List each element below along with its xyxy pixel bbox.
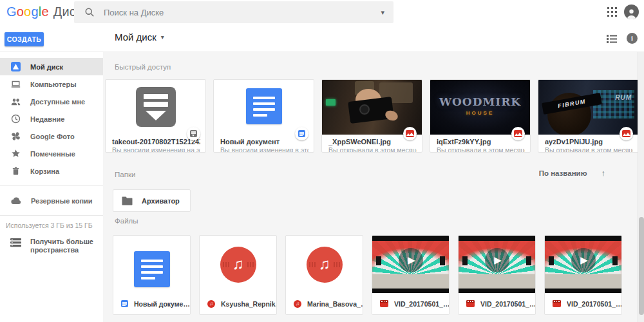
photo-detail (612, 256, 618, 265)
sidebar-item-label: Помеченные (30, 150, 75, 158)
sort-control[interactable]: По названию ↑ (539, 168, 605, 178)
file-label-row: VID_20170501_… (459, 293, 535, 314)
google-drive-logo[interactable]: GoogleДиск (6, 5, 82, 19)
file-label-row: VID_20170501_… (545, 293, 621, 314)
play-icon: ▶ (580, 254, 588, 266)
folder-card[interactable]: Архиватор (113, 189, 191, 212)
sidebar-item-label: Резервные копии (31, 197, 93, 205)
logo-letter: e (41, 5, 48, 19)
page-title-dropdown[interactable]: Мой диск ▾ (115, 32, 164, 43)
image-badge-icon (622, 130, 630, 137)
sidebar-item-label: Компьютеры (30, 80, 77, 88)
info-icon[interactable]: i (627, 33, 638, 44)
file-type-badge (295, 127, 308, 140)
photo-detail (549, 256, 554, 265)
file-card-video[interactable]: ▶ VID_20170501_… (458, 235, 536, 315)
sidebar-divider (0, 185, 103, 186)
file-label-row: VID_20170501_… (372, 293, 449, 314)
audio-icon: ♫ (307, 247, 343, 283)
file-label-row: ♫ Marina_Basova_… (286, 293, 363, 314)
sort-direction-arrow-icon[interactable]: ↑ (601, 168, 606, 178)
sidebar-divider (0, 215, 103, 216)
quick-access-section-title: Быстрый доступ (115, 63, 171, 71)
file-name: Новый докуме… (134, 300, 190, 308)
quick-access-card-document[interactable]: Новый документ Вы вносили изменения в эт… (213, 79, 314, 153)
quick-access-card-image[interactable]: WOODMIRK HOUSE iqExtFz9kYY.jpg Вы открыв… (430, 79, 531, 153)
storage-icon (10, 238, 21, 247)
file-title: _XppSWeONEI.jpg (328, 138, 417, 146)
file-type-badge (511, 127, 525, 140)
file-title: ayzDv1PNiJU.jpg (545, 138, 633, 146)
user-avatar[interactable] (624, 5, 639, 19)
drive-icon (11, 62, 21, 71)
photo-detail (348, 97, 394, 124)
quick-access-card-image[interactable]: _XppSWeONEI.jpg Вы открывали в этом меся… (321, 79, 422, 153)
file-title: Новый документ (220, 138, 308, 146)
file-card-video[interactable]: ▶ VID_20170501_… (544, 235, 622, 315)
sidebar-item-google-photos[interactable]: Google Фото (0, 128, 103, 145)
folder-name: Архиватор (142, 197, 180, 205)
quick-access-card-image[interactable]: RUM FIBRUM ayzDv1PNiJU.jpg Вы открывали … (538, 79, 639, 153)
photo-detail (384, 109, 399, 122)
logo-letter: o (17, 5, 24, 19)
thumbnail-text: FIBRUM (557, 98, 586, 109)
play-button[interactable]: ▶ (485, 248, 509, 272)
vertical-scrollbar[interactable] (638, 52, 644, 322)
waveform-decoration (309, 262, 316, 267)
apps-grid-icon[interactable] (607, 7, 617, 19)
file-type-badge (620, 127, 633, 140)
search-options-caret-icon[interactable]: ▾ (381, 8, 384, 17)
file-name: Marina_Basova_… (307, 300, 363, 308)
sort-by-label[interactable]: По названию (539, 169, 587, 177)
photo-detail (376, 256, 381, 265)
scrollbar-thumb[interactable] (639, 217, 644, 315)
folders-section-title: Папки (115, 171, 135, 178)
google-docs-icon (134, 251, 170, 287)
sidebar-item-backups[interactable]: Резервные копии (0, 192, 103, 209)
file-card-document[interactable]: Новый докуме… (113, 235, 191, 315)
file-name: VID_20170501_… (480, 300, 535, 308)
search-bar[interactable]: ▾ (74, 1, 393, 23)
trash-icon (11, 166, 21, 176)
file-thumbnail (214, 80, 314, 135)
upgrade-storage-button[interactable]: Получить больше пространства (0, 238, 103, 254)
photo-detail (326, 99, 336, 106)
file-name: Ksyusha_Repnik… (221, 300, 276, 308)
file-card-audio[interactable]: ♫ ♫ Ksyusha_Repnik… (199, 235, 277, 315)
file-label-row: ♫ Ksyusha_Repnik… (200, 293, 276, 314)
sidebar-item-computers[interactable]: Компьютеры (0, 75, 103, 93)
search-input[interactable] (104, 8, 381, 17)
docs-badge-icon (121, 300, 128, 307)
sidebar-item-recent[interactable]: Недавние (0, 110, 103, 128)
toolbar: СОЗДАТЬ Мой диск ▾ i (0, 24, 644, 52)
sidebar-item-label: Google Фото (30, 133, 75, 140)
archive-icon (136, 87, 176, 127)
video-badge-icon (466, 300, 475, 307)
play-button[interactable]: ▶ (571, 248, 596, 272)
photo-detail (440, 256, 445, 265)
quick-access-card-takeout[interactable]: takeout-20170802T152124Z-00… Вы вносили … (105, 79, 206, 153)
file-card-video[interactable]: ▶ VID_20170501_… (372, 235, 450, 315)
waveform-decoration (334, 262, 340, 267)
play-button[interactable]: ▶ (399, 248, 423, 272)
logo-letter: o (24, 5, 31, 19)
sidebar-item-starred[interactable]: Помеченные (0, 145, 103, 162)
file-subtitle: Вы вносили изменения в этом … (220, 146, 308, 153)
photo-thumbnail: WOODMIRK HOUSE (430, 80, 530, 135)
chevron-down-icon: ▾ (161, 33, 164, 41)
thumbnail-text: WOODMIRK (430, 95, 530, 108)
sidebar-item-shared-with-me[interactable]: Доступные мне (0, 93, 103, 110)
cloud-icon (11, 196, 21, 205)
photo-thumbnail: RUM FIBRUM (538, 80, 638, 135)
thumbnail-text: HOUSE (430, 110, 530, 116)
folder-icon (122, 196, 133, 205)
music-note-icon: ♫ (232, 255, 244, 273)
create-button[interactable]: СОЗДАТЬ (5, 32, 44, 46)
list-view-toggle-icon[interactable] (607, 34, 617, 46)
sidebar-item-trash[interactable]: Корзина (0, 162, 103, 180)
file-card-audio[interactable]: ♫ ♫ Marina_Basova_… (285, 235, 363, 315)
audio-icon: ♫ (220, 247, 256, 283)
sidebar-item-my-drive[interactable]: Мой диск (0, 58, 103, 75)
file-subtitle: Вы открывали в этом месяце (328, 146, 417, 153)
waveform-decoration (223, 262, 229, 267)
